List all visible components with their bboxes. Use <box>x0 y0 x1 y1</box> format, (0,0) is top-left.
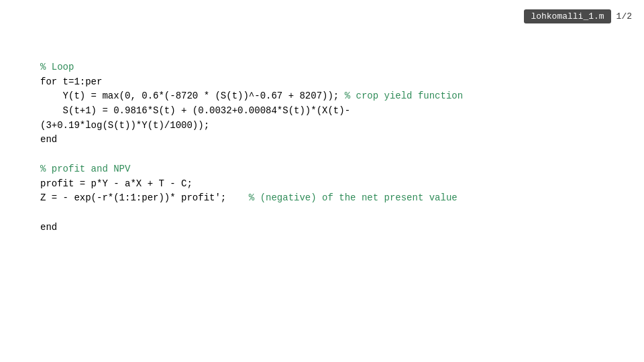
title-bar: lohkomalli_1.m 1/2 <box>524 9 632 23</box>
code-line <box>40 206 463 221</box>
code-line: % Loop <box>40 60 463 75</box>
code-section-profit-section: % profit and NPVprofit = p*Y - a*X + T -… <box>40 162 463 206</box>
code-line: end <box>40 133 463 147</box>
code-line: % profit and NPV <box>40 162 463 177</box>
code-line: profit = p*Y - a*X + T - C; <box>40 177 463 192</box>
comment-text: % crop yield function <box>345 90 463 101</box>
code-line: for t=1:per <box>40 75 463 90</box>
code-text: Y(t) = max(0, 0.6*(-8720 * (S(t))^-0.67 … <box>40 90 345 101</box>
code-line: Z = - exp(-r*(1:1:per))* profit'; % (neg… <box>40 191 463 206</box>
code-text: Z = - exp(-r*(1:1:per))* profit'; <box>40 192 249 203</box>
code-section-end-section: end <box>40 206 463 235</box>
code-line: (3+0.19*log(S(t))*Y(t)/1000)); <box>40 119 463 133</box>
code-line: end <box>40 221 463 235</box>
comment-text: % (negative) of the net present value <box>249 192 458 203</box>
blank-line <box>40 147 463 162</box>
code-area: % Loopfor t=1:per Y(t) = max(0, 0.6*(-87… <box>40 60 463 235</box>
code-line: S(t+1) = 0.9816*S(t) + (0.0032+0.00084*S… <box>40 104 463 119</box>
code-section-loop-section: % Loopfor t=1:per Y(t) = max(0, 0.6*(-87… <box>40 60 463 147</box>
page-number: 1/2 <box>616 11 632 21</box>
file-name-badge: lohkomalli_1.m <box>524 9 610 23</box>
code-line: Y(t) = max(0, 0.6*(-8720 * (S(t))^-0.67 … <box>40 89 463 104</box>
